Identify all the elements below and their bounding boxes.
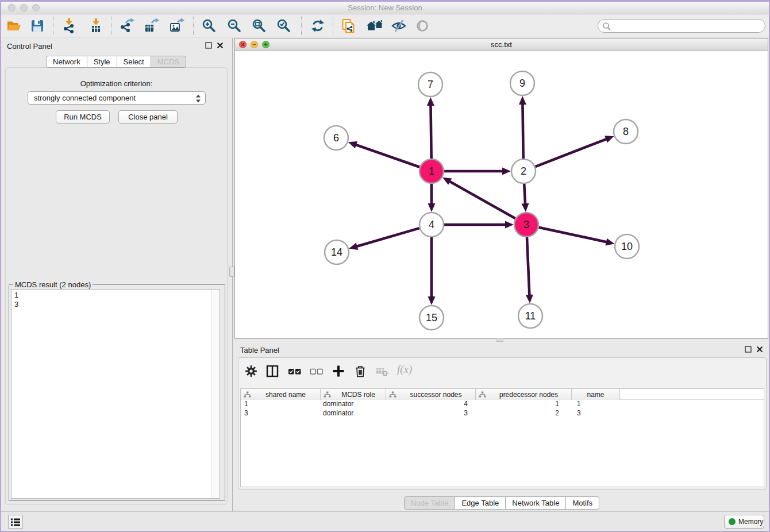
table-row[interactable]: 1dominator411 (241, 400, 764, 409)
network-window-titlebar[interactable]: scc.txt (235, 38, 768, 51)
table-cell[interactable]: 2 (476, 409, 572, 418)
select-stepper-icon (195, 94, 202, 107)
zoom-selected-icon[interactable] (276, 18, 292, 34)
tab-node-table[interactable]: Node Table (404, 496, 456, 510)
table-cell[interactable]: 1 (572, 400, 620, 409)
graph-edge-3-1[interactable] (449, 181, 515, 219)
graph-node-label-4: 4 (429, 219, 434, 230)
table-cell[interactable]: 4 (386, 400, 476, 409)
birdseye-view-icon[interactable] (414, 18, 430, 34)
tab-mcds[interactable]: MCDS (151, 56, 186, 68)
float-table-panel-icon[interactable] (745, 346, 752, 353)
result-scrollbar[interactable] (211, 290, 220, 498)
column-layout-icon[interactable] (265, 364, 279, 378)
tree-hierarchy-icon (389, 391, 396, 398)
graph-node-label-15: 15 (426, 312, 437, 323)
search-input[interactable] (613, 21, 760, 31)
table-cell[interactable]: 3 (386, 409, 476, 418)
graph-node-label-6: 6 (333, 132, 339, 144)
node-table: shared nameMCDS rolesuccessor nodesprede… (240, 388, 764, 487)
table-cell[interactable]: dominator (321, 400, 386, 409)
tree-hierarchy-icon (244, 391, 251, 398)
table-toolbar: f(x) (238, 358, 766, 384)
add-column-icon[interactable] (332, 364, 345, 378)
memory-button[interactable]: Memory (724, 515, 764, 529)
edge-arrowhead (605, 136, 614, 142)
criterion-select[interactable]: strongly connected component (28, 91, 206, 105)
tab-network[interactable]: Network (46, 56, 87, 68)
network-graph[interactable]: 1234678910111415 (235, 51, 768, 339)
open-session-icon[interactable] (6, 18, 22, 34)
column-header-MCDS-role[interactable]: MCDS role (321, 389, 386, 400)
import-table-icon[interactable] (88, 18, 104, 34)
graph-edge-3-11[interactable] (527, 237, 530, 296)
home-icon[interactable] (367, 18, 383, 34)
node-table-container: f(x) shared nameMCDS rolesuccessor nodes… (238, 357, 767, 489)
table-cell[interactable]: 3 (241, 409, 321, 418)
window-title: Session: New Session (1, 3, 769, 12)
tab-select[interactable]: Select (117, 56, 151, 68)
graph-edge-3-10[interactable] (538, 228, 607, 242)
table-panel: Table Panel (234, 342, 769, 511)
delete-table-icon[interactable] (375, 364, 389, 378)
table-header-row: shared nameMCDS rolesuccessor nodesprede… (241, 389, 764, 400)
column-header-shared-name[interactable]: shared name (241, 389, 321, 400)
graph-edge-2-3[interactable] (524, 184, 525, 205)
graph-edge-1-7[interactable] (430, 104, 431, 159)
vertical-splitter-handle[interactable] (229, 267, 234, 277)
clear-all-checkboxes-icon[interactable] (310, 364, 324, 378)
clone-network-icon[interactable] (340, 18, 356, 34)
network-canvas[interactable]: 1234678910111415 (235, 51, 768, 338)
delete-column-icon[interactable] (353, 364, 367, 378)
edge-arrowhead (427, 97, 434, 106)
tab-motifs[interactable]: Motifs (566, 496, 599, 510)
close-table-panel-icon[interactable] (756, 346, 763, 353)
column-header-name[interactable]: name (572, 389, 620, 400)
mcds-panel: Optimization criterion: strongly connect… (5, 67, 228, 505)
export-network-icon[interactable] (118, 18, 134, 34)
table-row[interactable]: 3dominator323 (241, 409, 764, 418)
zoom-fit-icon[interactable] (251, 18, 267, 34)
run-mcds-button[interactable]: Run MCDS (56, 110, 110, 124)
close-panel-icon[interactable] (217, 42, 224, 49)
hide-graphics-details-icon[interactable] (391, 18, 407, 34)
table-cell[interactable]: dominator (321, 409, 386, 418)
edge-arrowhead (428, 203, 436, 212)
function-builder-icon[interactable]: f(x) (397, 363, 412, 376)
column-header-successor-nodes[interactable]: successor nodes (386, 389, 476, 400)
status-bar: Memory (1, 511, 769, 531)
control-panel-tabs: NetworkStyleSelectMCDS (46, 56, 186, 68)
zoom-out-icon[interactable] (226, 18, 242, 34)
graph-node-label-8: 8 (623, 126, 629, 137)
save-session-icon[interactable] (29, 18, 45, 34)
settings-gear-icon[interactable] (244, 364, 258, 378)
network-window-title: scc.txt (235, 40, 768, 49)
table-cell[interactable]: 3 (572, 409, 620, 418)
tab-style[interactable]: Style (87, 56, 117, 68)
edge-arrowhead (349, 242, 358, 249)
table-cell[interactable]: 1 (241, 400, 321, 409)
export-image-icon[interactable] (168, 18, 184, 34)
table-cell[interactable]: 1 (476, 400, 572, 409)
graph-edge-2-9[interactable] (522, 103, 523, 159)
select-all-checkboxes-icon[interactable] (288, 364, 302, 378)
float-panel-icon[interactable] (205, 42, 212, 49)
tab-edge-table[interactable]: Edge Table (455, 496, 506, 510)
horizontal-splitter-handle[interactable] (496, 338, 503, 342)
export-table-icon[interactable] (143, 18, 159, 34)
graph-edge-1-6[interactable] (355, 144, 419, 167)
memory-label: Memory (738, 518, 763, 526)
edge-arrowhead (522, 203, 529, 212)
graph-node-label-1: 1 (429, 165, 434, 177)
task-history-button[interactable] (8, 515, 23, 529)
mcds-result-area[interactable]: 1 3 (11, 289, 220, 499)
close-panel-button[interactable]: Close panel (118, 110, 178, 124)
network-window: scc.txt 1234678910111415 (234, 38, 768, 339)
graph-edge-2-8[interactable] (536, 138, 608, 167)
refresh-layout-icon[interactable] (310, 18, 326, 34)
graph-edge-4-14[interactable] (356, 228, 419, 246)
import-network-icon[interactable] (61, 18, 77, 34)
tab-network-table[interactable]: Network Table (506, 496, 566, 510)
column-header-predecessor-nodes[interactable]: predecessor nodes (476, 389, 572, 400)
zoom-in-icon[interactable] (201, 18, 217, 34)
